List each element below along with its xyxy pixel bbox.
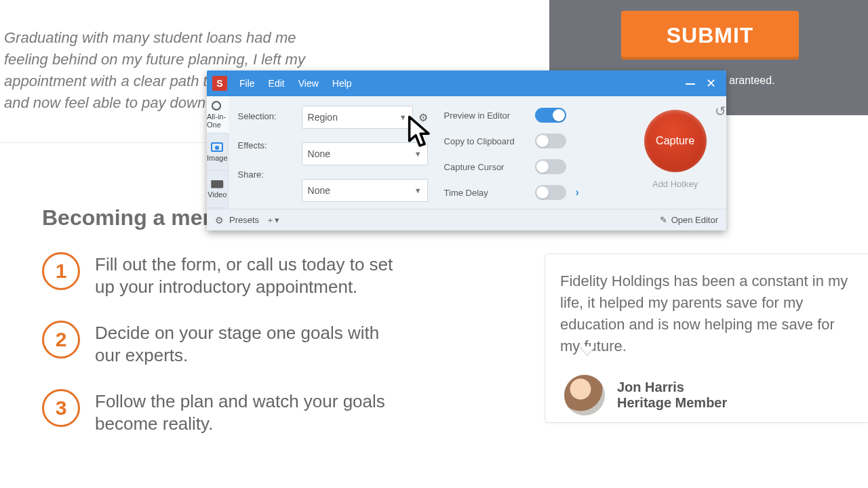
option-selects: Region ▼ ⚙ None ▼ None ▼ [302,106,428,203]
gear-icon[interactable]: ⚙ [215,215,224,226]
toggle-clipboard-switch[interactable] [535,134,566,148]
step-badge-2: 2 [42,321,80,359]
capture-column: ↺ Capture Add Hotkey [627,106,724,203]
share-value: None [308,185,330,196]
mode-all-in-one[interactable]: All-in-One [207,96,229,134]
step-text-2: Decide on your stage one goals with our … [95,321,395,366]
author-name: Jon Harris [617,380,727,395]
chevron-down-icon: ▼ [414,186,422,195]
step-text-3: Follow the plan and watch your goals bec… [95,389,395,434]
capture-button[interactable]: Capture [644,110,707,172]
toggle-cursor-row: Capture Cursor [444,157,611,176]
avatar [564,375,605,415]
option-labels: Selection: Effects: Share: [238,106,285,203]
window-minimize-icon[interactable] [680,77,701,91]
titlebar[interactable]: S File Edit View Help ✕ [207,70,726,96]
mode-video[interactable]: Video [207,171,228,208]
toggle-clipboard-row: Copy to Clipboard [444,131,611,150]
menu-file[interactable]: File [239,78,255,89]
target-icon [212,101,221,110]
add-hotkey-link[interactable]: Add Hotkey [652,179,698,189]
video-icon [211,180,223,188]
share-dropdown[interactable]: None ▼ [302,179,428,202]
snagit-window: S File Edit View Help ✕ All-in-One Image… [207,70,726,230]
edit-icon: ✎ [660,215,667,225]
step-text-1: Fill out the form, or call us today to s… [95,252,395,298]
window-close-icon[interactable]: ✕ [701,76,721,91]
menu-edit[interactable]: Edit [269,78,285,89]
speech-tail-icon [579,347,595,357]
presets-button[interactable]: Presets [229,215,259,225]
mode-image[interactable]: Image [207,134,228,171]
toggle-preview-switch[interactable] [535,108,566,123]
toggle-delay-switch[interactable] [535,185,566,200]
chevron-right-icon[interactable]: › [576,186,579,199]
label-selection: Selection: [238,111,285,121]
snagit-footer: ⚙ Presets ＋▾ ✎ Open Editor [207,209,726,230]
chevron-down-icon: ▼ [399,113,407,121]
toggle-cursor-switch[interactable] [535,159,566,174]
label-effects: Effects: [238,140,285,150]
undo-icon[interactable]: ↺ [715,103,726,119]
guarantee-fragment: aranteed. [729,75,775,87]
label-share: Share: [238,169,285,180]
snagit-logo-icon: S [212,76,227,91]
toggle-cursor-label: Capture Cursor [444,162,526,172]
toggle-delay-label: Time Delay [444,188,526,198]
effects-value: None [308,148,330,159]
toggle-preview-label: Preview in Editor [444,110,526,121]
open-editor-label: Open Editor [671,215,718,225]
toggle-delay-row: Time Delay › [444,183,611,202]
author-role: Heritage Member [617,395,727,411]
toggle-preview-row: Preview in Editor [444,106,611,125]
testimonial-card: Fidelity Holdings has been a constant in… [545,253,868,423]
mode-video-label: Video [208,190,226,199]
mode-tabs: All-in-One Image Video [207,96,229,209]
menu-view[interactable]: View [298,78,319,89]
toggles-column: Preview in Editor Copy to Clipboard Capt… [444,106,611,203]
plus-dropdown-icon[interactable]: ＋▾ [266,214,279,226]
toggle-clipboard-label: Copy to Clipboard [444,136,526,146]
open-editor-button[interactable]: ✎ Open Editor [660,215,718,225]
step-badge-3: 3 [42,389,80,427]
step-item-2: 2 Decide on your stage one goals with ou… [42,321,395,366]
snagit-body: All-in-One Image Video Selection: Effect… [207,96,726,209]
step-badge-1: 1 [42,252,80,290]
mode-image-label: Image [207,154,228,162]
becoming-heading: Becoming a mem [42,205,222,230]
steps-list: 1 Fill out the form, or call us today to… [42,252,395,458]
effects-dropdown[interactable]: None ▼ [302,142,428,165]
submit-button[interactable]: SUBMIT [621,11,799,60]
testimonial-author: Jon Harris Heritage Member [564,375,727,415]
gear-icon[interactable]: ⚙ [418,111,428,124]
selection-dropdown[interactable]: Region ▼ [302,106,413,129]
step-item-1: 1 Fill out the form, or call us today to… [42,252,395,298]
chevron-down-icon: ▼ [414,150,422,158]
selection-row: Region ▼ ⚙ [302,106,428,129]
selection-value: Region [308,112,338,123]
mode-all-label: All-in-One [207,113,226,129]
image-icon [211,142,223,152]
menu-help[interactable]: Help [332,78,352,89]
options-area: Selection: Effects: Share: Region ▼ ⚙ No… [229,96,726,209]
step-item-3: 3 Follow the plan and watch your goals b… [42,389,395,434]
